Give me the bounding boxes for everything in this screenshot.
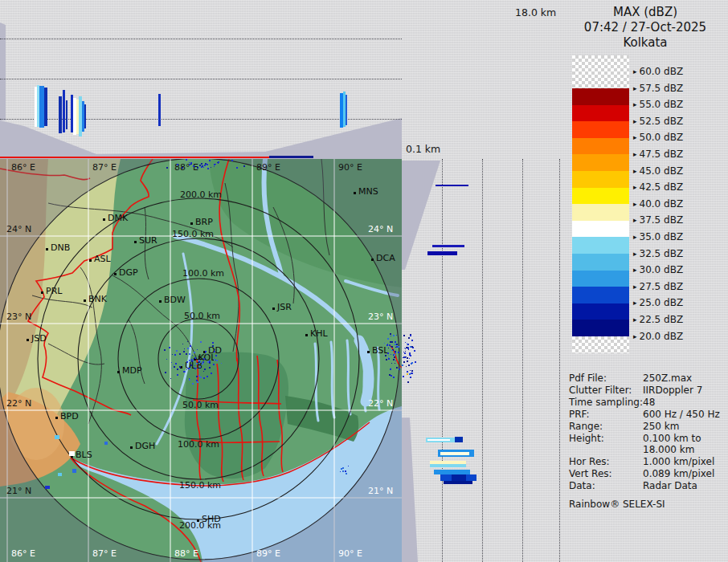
echo-dot (182, 344, 183, 344)
echo-dot (182, 364, 183, 365)
echo-dot (410, 370, 411, 371)
echo-dot (172, 354, 173, 355)
echo-blob (45, 486, 50, 489)
echo-dot (385, 355, 386, 356)
echo-dot (398, 346, 399, 348)
echo-dot (414, 350, 415, 352)
station-name: Kolkata (562, 35, 728, 51)
city-code-label: BRP (195, 217, 213, 227)
echo-dot (386, 344, 388, 346)
echo-dot (207, 164, 208, 165)
echo-dot (243, 165, 245, 167)
legend-color-band (572, 303, 629, 320)
metadata-label: Height: (569, 433, 604, 444)
longitude-label-top: 87° E (92, 163, 117, 173)
legend-value-label: ▸25.0 dBZ (633, 297, 683, 308)
echo-dot (408, 364, 410, 366)
legend-tick-arrow-icon: ▸ (633, 84, 637, 92)
echo-dot (216, 360, 218, 361)
echo-dot (170, 378, 171, 379)
top-profile-panel (0, 0, 402, 159)
echo-dot (391, 336, 391, 336)
echo-dot (174, 354, 176, 356)
latitude-label-left: 24° N (6, 225, 31, 234)
echo-dot (405, 351, 406, 352)
legend-color-band (572, 254, 629, 271)
echo-dot (386, 359, 387, 360)
echo-dot (403, 376, 404, 377)
city-marker: PRL (41, 291, 43, 294)
echo-dot (384, 343, 385, 344)
echo-dot (179, 353, 181, 355)
echo-dot (403, 361, 405, 363)
echo-dot (396, 367, 398, 369)
city-code-label: JSD (31, 333, 47, 344)
profile-bar (427, 251, 457, 255)
metadata-label: Hor Res: (569, 456, 610, 467)
echo-dot (231, 160, 233, 161)
city-code-label: DGP (119, 267, 138, 278)
echo-blob (69, 451, 75, 456)
echo-dot (175, 363, 177, 364)
echo-dot (186, 369, 187, 370)
echo-dot (407, 344, 409, 345)
echo-dot (342, 467, 344, 469)
echo-dot (346, 473, 347, 474)
longitude-label-bottom: 86° E (11, 549, 35, 559)
legend-value-label: ▸50.0 dBZ (633, 132, 683, 143)
echo-dot (169, 347, 170, 348)
legend-color-band (572, 336, 629, 353)
echo-dot (190, 162, 192, 164)
metadata-label: PRF: (569, 409, 590, 420)
metadata-value: 1.000 km/pixel (643, 456, 714, 467)
echo-dot (406, 366, 407, 367)
echo-dot (179, 366, 181, 368)
legend-value-label: ▸57.5 dBZ (633, 83, 683, 94)
echo-dot (165, 372, 166, 373)
height-gridline (442, 159, 443, 562)
legend-value-label: ▸42.5 dBZ (633, 181, 683, 193)
metadata-label: Data: (569, 480, 595, 491)
city-code-label: MNS (358, 186, 378, 197)
echo-dot (408, 337, 410, 339)
range-ring-label: 200.0 km (180, 189, 222, 200)
metadata-value: 18.000 km (643, 444, 694, 455)
legend-color-band (572, 188, 629, 205)
city-code-label: DNB (51, 242, 70, 253)
echo-dot (171, 362, 172, 363)
echo-dot (387, 338, 389, 340)
echo-dot (192, 355, 193, 356)
echo-dot (391, 346, 393, 348)
latitude-label-right: 22° N (368, 399, 393, 409)
echo-dot (194, 367, 194, 368)
echo-dot (393, 354, 394, 355)
echo-dot (408, 347, 409, 348)
legend-value-label: ▸55.0 dBZ (633, 99, 683, 110)
echo-dot (395, 360, 396, 361)
latitude-label-right: 21° N (368, 487, 393, 496)
legend-value-label: ▸32.5 dBZ (633, 248, 683, 259)
metadata-value: 250Z.max (643, 373, 692, 384)
legend-tick-arrow-icon: ▸ (633, 233, 637, 241)
echo-dot (409, 353, 411, 355)
echo-dot (391, 346, 391, 347)
echo-dot (204, 369, 206, 370)
profile-bar (63, 90, 65, 132)
profile-bar (44, 88, 47, 126)
legend-tick-arrow-icon: ▸ (633, 316, 637, 324)
legend-color-band (572, 138, 629, 155)
profile-bar (440, 452, 469, 455)
echo-dot (407, 373, 408, 375)
echo-dot (209, 362, 211, 364)
legend-tick-arrow-icon: ▸ (633, 200, 637, 208)
legend-tick-arrow-icon: ▸ (633, 100, 637, 108)
metadata-label: Range: (569, 421, 603, 432)
city-code-label: BDW (164, 295, 186, 305)
echo-dot (183, 371, 185, 373)
software-credit: Rainbow® SELEX-SI (569, 499, 665, 510)
echo-dot (388, 348, 389, 348)
echo-dot (198, 361, 200, 363)
echo-dot (200, 377, 202, 378)
echo-dot (190, 345, 191, 347)
echo-dot (411, 373, 412, 374)
